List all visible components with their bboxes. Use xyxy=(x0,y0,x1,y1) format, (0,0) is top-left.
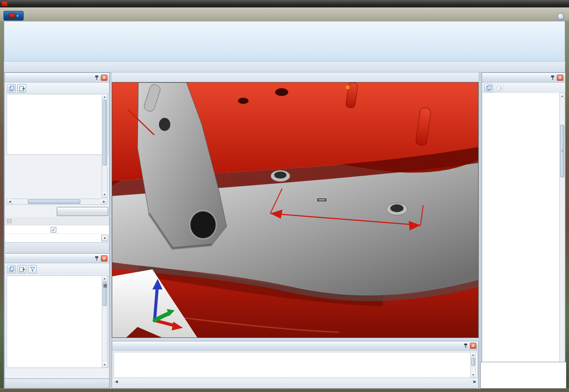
copy-icon[interactable] xyxy=(7,265,16,273)
copy-icon[interactable] xyxy=(7,84,16,93)
window-frame-left xyxy=(0,21,4,392)
tab-scroll-left-icon[interactable]: ◀ xyxy=(115,379,118,384)
partlist-options-section[interactable] xyxy=(5,217,109,225)
3d-scene xyxy=(112,83,479,338)
properties-vscrollbar[interactable]: ▲ ≡ ▼ xyxy=(102,275,107,368)
dropdown-icon[interactable]: ▼ xyxy=(101,235,108,241)
measurement-toolbar xyxy=(482,83,565,93)
scroll-left-icon[interactable]: ◀ xyxy=(7,199,13,204)
window-frame-bottom xyxy=(0,389,569,392)
scroll-right-icon[interactable]: ▶ xyxy=(101,199,107,204)
option-row-create: ▼ xyxy=(5,234,109,243)
pin-icon[interactable] xyxy=(94,255,99,261)
properties-panel-header: ✕ xyxy=(5,254,109,263)
scroll-up-icon[interactable]: ▲ xyxy=(471,352,476,358)
chevron-down-icon: ▾ xyxy=(17,14,18,18)
app-logo-icon xyxy=(9,13,15,18)
pin-icon[interactable] xyxy=(463,343,468,349)
scroll-up-icon[interactable]: ▲ xyxy=(560,93,565,99)
output-panel-header: ✕ xyxy=(112,341,478,351)
left-bottom-tab-strip xyxy=(4,379,110,389)
tooltip xyxy=(480,362,566,389)
partlist-hscrollbar[interactable]: ◀ ▶ xyxy=(7,199,107,205)
output-log[interactable] xyxy=(114,352,478,378)
pin-icon[interactable] xyxy=(550,75,555,81)
scroll-down-icon[interactable]: ▼ xyxy=(471,372,476,378)
measurement-panel-header: ✕ xyxy=(482,73,565,83)
help-button[interactable] xyxy=(557,13,564,20)
scroll-up-icon[interactable]: ▲ xyxy=(102,94,107,100)
document-tab-strip xyxy=(112,72,479,82)
dimension-label[interactable] xyxy=(317,199,326,201)
pin-icon[interactable] xyxy=(94,75,99,81)
partlist-vscrollbar[interactable]: ▲ ▼ xyxy=(102,94,107,198)
close-icon[interactable]: ✕ xyxy=(557,75,563,81)
tab-scroll-right-icon[interactable]: ▶ xyxy=(473,379,476,384)
collapse-icon[interactable] xyxy=(7,219,11,223)
application-menu-button[interactable]: ▾ xyxy=(3,11,24,21)
close-icon[interactable]: ✕ xyxy=(101,75,107,81)
export-icon[interactable] xyxy=(17,265,26,273)
output-vscrollbar[interactable]: ▲ ▼ xyxy=(470,352,476,378)
output-panel: ✕ ▲ ▼ ◀ ▶ xyxy=(112,341,479,389)
visible-checkbox[interactable]: ✓ xyxy=(51,227,56,233)
properties-toolbar xyxy=(5,263,109,275)
partlist-table xyxy=(7,94,108,155)
app-logo-icon xyxy=(1,1,8,7)
close-icon[interactable]: ✕ xyxy=(470,343,476,349)
measurement-property-grid xyxy=(483,93,559,388)
menu-bar: ▾ xyxy=(0,7,569,21)
measurement-vscrollbar[interactable]: ▲ ≡ ▼ xyxy=(559,93,565,388)
measurement-panel: ✕ ▲ ≡ ▼ xyxy=(482,72,566,389)
properties-grid xyxy=(7,275,108,368)
3d-viewport[interactable] xyxy=(112,82,479,338)
partlist-toolbar xyxy=(5,83,109,94)
option-row-visible: ✓ xyxy=(5,225,109,234)
properties-panel: ✕ ▲ ≡ ▼ xyxy=(4,253,110,379)
update-button[interactable] xyxy=(57,207,108,216)
export-icon[interactable] xyxy=(17,84,26,93)
copy-icon[interactable] xyxy=(484,84,493,92)
ribbon xyxy=(4,21,565,62)
filter-icon[interactable] xyxy=(28,265,37,273)
close-icon[interactable]: ✕ xyxy=(101,255,107,261)
window-frame-right xyxy=(565,21,569,389)
scroll-up-icon[interactable]: ▲ xyxy=(102,276,107,281)
partlist-panel-header: ✕ xyxy=(5,73,109,83)
title-bar xyxy=(0,0,569,7)
output-tab-strip: ◀ ▶ xyxy=(114,378,478,388)
splitter-right[interactable] xyxy=(479,72,482,389)
partlist-panel: ✕ ▲ ▼ ◀ ▶ ✓ ▼ xyxy=(4,72,110,252)
left-panel-tab-strip xyxy=(5,242,109,252)
export-icon[interactable] xyxy=(495,84,503,92)
quick-access-toolbar xyxy=(4,62,565,72)
scroll-down-icon[interactable]: ▼ xyxy=(102,192,107,197)
scroll-down-icon[interactable]: ▼ xyxy=(102,362,107,368)
